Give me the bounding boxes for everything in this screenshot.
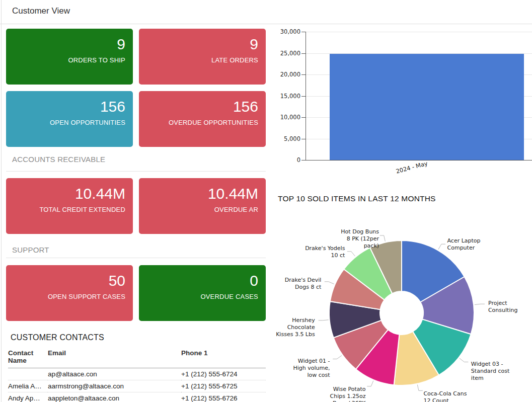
y-axis-tick [301,117,306,118]
table-cell [8,368,48,380]
kpi-column: 9 ORDERS TO SHIP 9 LATE ORDERS 156 OPEN … [6,29,266,402]
y-tick-label: 5,000 [270,135,300,142]
kpi-card-overdue-opportunities[interactable]: 156 OVERDUE OPPORTUNITIES [139,91,266,147]
label-leader-line [325,282,334,284]
header-divider [0,24,532,24]
support-card-grid: 50 OPEN SUPPORT CASES 0 OVERDUE CASES [6,265,266,321]
kpi-card-overdue-cases[interactable]: 0 OVERDUE CASES [139,265,266,321]
kpi-card-open-opportunities[interactable]: 156 OPEN OPPORTUNITIES [6,91,133,147]
table-cell: +1 (212) 555-6725 [181,380,266,392]
accounts-receivable-card-grid: 10.44M TOTAL CREDIT EXTENDED 10.44M OVER… [6,178,266,234]
table-cell: +1 (212) 555-6726 [181,392,266,402]
kpi-label: TOTAL CREDIT EXTENDED [6,206,125,213]
y-tick-label: 0 [270,156,300,164]
y-axis-tick [301,160,306,160]
gridline [306,32,532,32]
kpi-value: 156 [6,98,125,116]
y-axis-tick [301,139,306,139]
kpi-label: OVERDUE AR [139,206,258,213]
panel-left-border [1,0,2,402]
label-leader-line [475,304,485,304]
y-axis-tick [301,74,306,75]
label-leader-line [380,235,386,242]
label-leader-line [319,320,329,320]
y-tick-label: 20,000 [270,71,300,78]
table-cell: +1 (212) 555-6724 [181,368,266,380]
label-leader-line [417,385,423,391]
label-leader-line [460,358,468,362]
y-tick-label: 15,000 [270,93,300,100]
kpi-label: ORDERS TO SHIP [6,56,125,64]
kpi-card-late-orders[interactable]: 9 LATE ORDERS [139,29,266,85]
label-leader-line [333,356,342,359]
section-title-support: SUPPORT [12,246,266,254]
y-axis-tick [301,96,306,97]
label-leader-line [347,252,355,256]
kpi-value: 9 [6,35,125,53]
label-leader-line [438,244,445,249]
page-title: Customer View [12,6,70,16]
kpi-label: OVERDUE CASES [139,293,258,300]
table-cell: Andy Ap… [8,392,48,402]
kpi-value: 0 [139,272,258,290]
y-axis-line [306,32,306,160]
table-row[interactable]: ap@altaace.con+1 (212) 555-6724 [8,368,266,380]
table-cell: ap@altaace.con [48,368,181,380]
table-cell: aappleton@altaace.con [48,392,181,402]
column-header-phone[interactable]: Phone 1 [181,348,266,368]
kpi-label: OPEN OPPORTUNITIES [6,119,125,126]
kpi-card-orders-to-ship[interactable]: 9 ORDERS TO SHIP [6,29,133,85]
y-axis-tick [301,32,306,32]
bar[interactable] [330,54,524,160]
section-title-accounts-receivable: ACCOUNTS RECEIVABLE [12,155,266,164]
kpi-value: 10.44M [6,185,125,203]
y-tick-label: 25,000 [270,50,300,57]
y-tick-label: 10,000 [270,114,300,121]
table-row[interactable]: Andy Ap…aappleton@altaace.con+1 (212) 55… [8,392,266,402]
table-header-row: Contact Name Email Phone 1 [8,348,266,368]
column-header-email[interactable]: Email [48,348,181,368]
kpi-card-overdue-ar[interactable]: 10.44M OVERDUE AR [139,178,266,234]
y-axis-tick [301,53,306,54]
kpi-card-total-credit-extended[interactable]: 10.44M TOTAL CREDIT EXTENDED [6,178,133,234]
kpi-label: LATE ORDERS [139,56,258,64]
kpi-label: OVERDUE OPPORTUNITIES [139,119,258,126]
section-divider [6,258,266,258]
kpi-value: 10.44M [139,185,258,203]
kpi-card-open-support-cases[interactable]: 50 OPEN SUPPORT CASES [6,265,133,321]
label-leader-line [367,381,373,386]
x-axis-line [306,160,532,160]
kpi-card-grid: 9 ORDERS TO SHIP 9 LATE ORDERS 156 OPEN … [6,29,266,147]
section-divider [6,171,266,172]
kpi-label: OPEN SUPPORT CASES [6,293,125,300]
table-cell: aarmstrong@altaace.con [48,380,181,392]
customer-contacts-title: CUSTOMER CONTACTS [11,333,266,342]
column-header-contact-name[interactable]: Contact Name [8,348,48,368]
kpi-value: 9 [139,35,258,53]
kpi-value: 50 [6,272,125,290]
customer-contacts-table: Contact Name Email Phone 1 ap@altaace.co… [8,348,266,402]
y-tick-label: 30,000 [270,28,300,35]
table-row[interactable]: Amelia A…aarmstrong@altaace.con+1 (212) … [8,380,266,392]
top-sold-items-donut-chart [272,216,532,402]
kpi-value: 156 [139,98,258,116]
top-sold-items-title: TOP 10 SOLD ITEMS IN LAST 12 MONTHS [278,194,436,203]
table-cell: Amelia A… [8,380,48,392]
x-tick-label: 2024 - May [395,160,428,175]
